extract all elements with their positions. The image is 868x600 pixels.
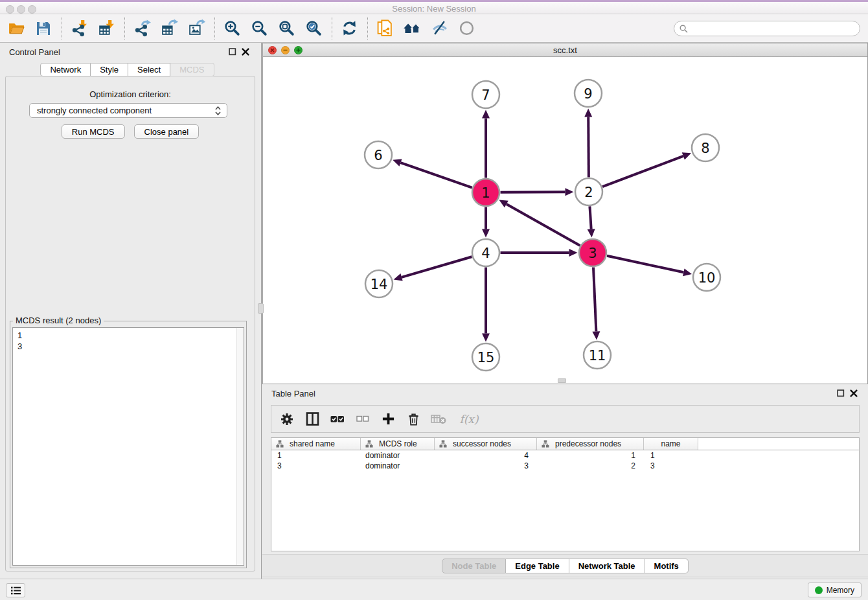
graph-edge-2-3[interactable] bbox=[589, 206, 591, 229]
import-network-button[interactable] bbox=[68, 17, 90, 40]
search-input[interactable] bbox=[691, 24, 854, 34]
zoom-fit-button[interactable] bbox=[275, 17, 297, 40]
graph-node-label: 4 bbox=[481, 246, 490, 261]
control-panel-title: Control Panel bbox=[9, 47, 60, 57]
zoom-selected-icon bbox=[305, 19, 323, 37]
graph-edge-1-2[interactable] bbox=[500, 192, 565, 192]
result-scrollbar[interactable] bbox=[236, 328, 244, 565]
export-network-button[interactable] bbox=[131, 17, 153, 40]
toolbar-separator bbox=[62, 17, 62, 40]
function-builder-button[interactable]: f(x) bbox=[456, 411, 482, 427]
network-splitter-grip[interactable] bbox=[558, 378, 566, 383]
edge-arrowhead-icon bbox=[482, 229, 490, 238]
tab-node-table[interactable]: Node Table bbox=[442, 559, 506, 573]
graph-edge-1-6[interactable] bbox=[400, 163, 472, 188]
tab-edge-table[interactable]: Edge Table bbox=[506, 559, 569, 573]
tab-motifs[interactable]: Motifs bbox=[645, 559, 689, 573]
graph-node-label: 10 bbox=[698, 270, 716, 286]
column-header-mcds-role[interactable]: MCDS role bbox=[361, 438, 435, 450]
table-row[interactable]: 3 dominator 3 2 3 bbox=[271, 461, 859, 471]
graph-node-label: 6 bbox=[374, 148, 382, 163]
edge-arrowhead-icon bbox=[482, 334, 490, 342]
attribute-type-icon bbox=[439, 440, 447, 448]
table-panel-title: Table Panel bbox=[271, 389, 315, 398]
save-icon bbox=[35, 20, 52, 37]
new-network-from-file-button[interactable] bbox=[374, 17, 396, 40]
open-session-button[interactable] bbox=[5, 17, 27, 40]
table-options-button[interactable] bbox=[279, 411, 295, 427]
mcds-result-line: 1 bbox=[17, 330, 239, 341]
graph-edge-4-14[interactable] bbox=[402, 257, 472, 277]
import-table-button[interactable] bbox=[95, 17, 117, 40]
add-column-button[interactable] bbox=[380, 411, 396, 427]
memory-button[interactable]: Memory bbox=[808, 583, 862, 597]
export-image-button[interactable] bbox=[185, 17, 207, 40]
tab-style[interactable]: Style bbox=[91, 63, 128, 76]
graph-edge-3-10[interactable] bbox=[607, 256, 683, 273]
edge-arrowhead-icon bbox=[569, 249, 578, 257]
mcds-result-list[interactable]: 1 3 bbox=[12, 327, 244, 566]
mcds-result-line: 3 bbox=[17, 341, 239, 352]
column-header-successor-nodes[interactable]: successor nodes bbox=[435, 438, 537, 450]
graph-edge-2-8[interactable] bbox=[602, 156, 683, 187]
apply-layout-button[interactable] bbox=[338, 17, 360, 40]
header-filler bbox=[698, 438, 859, 450]
zoom-selected-button[interactable] bbox=[303, 17, 325, 40]
table-panel: Table Panel bbox=[262, 384, 868, 577]
table-panel-header: Table Panel bbox=[262, 384, 868, 401]
float-panel-icon[interactable] bbox=[837, 389, 845, 397]
edge-arrowhead-icon bbox=[682, 152, 691, 159]
column-header-predecessor-nodes[interactable]: predecessor nodes bbox=[537, 438, 644, 450]
show-graphics-details-button[interactable] bbox=[455, 17, 477, 40]
close-panel-icon[interactable] bbox=[850, 389, 858, 397]
table-row[interactable]: 1 dominator 4 1 1 bbox=[271, 450, 859, 461]
status-bar: Memory bbox=[0, 579, 868, 600]
node-table: shared name MCDS role successor nodes pr… bbox=[271, 437, 860, 551]
network-canvas[interactable]: 7968124314101511 bbox=[263, 57, 867, 384]
show-task-history-button[interactable] bbox=[6, 583, 25, 597]
tab-network-table[interactable]: Network Table bbox=[569, 559, 645, 573]
mcds-buttons-row: Run MCDS Close panel bbox=[6, 124, 255, 139]
graph-node-label: 7 bbox=[481, 87, 490, 103]
zoom-in-button[interactable] bbox=[221, 17, 243, 40]
main-toolbar bbox=[0, 14, 868, 43]
attribute-type-icon bbox=[276, 440, 284, 448]
float-panel-icon[interactable] bbox=[229, 48, 236, 56]
column-header-shared-name[interactable]: shared name bbox=[271, 438, 361, 450]
save-session-button[interactable] bbox=[32, 17, 54, 40]
edge-arrowhead-icon bbox=[393, 159, 402, 166]
delete-column-button[interactable] bbox=[405, 411, 421, 427]
deselect-all-columns-button[interactable] bbox=[355, 411, 371, 427]
mcds-result-title: MCDS result (2 nodes) bbox=[13, 316, 104, 325]
export-table-button[interactable] bbox=[158, 17, 180, 40]
window-title: Session: New Session bbox=[0, 4, 868, 14]
column-header-name[interactable]: name bbox=[644, 438, 698, 450]
close-panel-button[interactable]: Close panel bbox=[134, 124, 200, 139]
control-panel-header: Control Panel bbox=[0, 43, 261, 60]
network-view-window: scc.txt 7968124314101511 bbox=[262, 43, 868, 384]
run-mcds-button[interactable]: Run MCDS bbox=[62, 124, 125, 139]
graph-edge-2-9[interactable] bbox=[588, 117, 589, 177]
delete-table-button[interactable] bbox=[431, 411, 446, 427]
show-columns-button[interactable] bbox=[304, 411, 320, 427]
select-all-columns-button[interactable] bbox=[330, 411, 345, 427]
panel-splitter-grip[interactable] bbox=[258, 303, 264, 314]
optimization-criterion-select[interactable]: strongly connected component bbox=[29, 103, 227, 118]
plus-icon bbox=[382, 412, 395, 426]
tab-select[interactable]: Select bbox=[128, 63, 170, 76]
graph-node-label: 9 bbox=[584, 86, 592, 102]
tab-network[interactable]: Network bbox=[40, 63, 91, 76]
graph-edge-3-1[interactable] bbox=[507, 204, 580, 246]
app-titlebar: Session: New Session bbox=[0, 0, 868, 14]
zoom-out-button[interactable] bbox=[248, 17, 270, 40]
hide-graphics-details-button[interactable] bbox=[428, 17, 450, 40]
home-button[interactable] bbox=[401, 17, 423, 40]
new-network-file-icon bbox=[376, 19, 394, 37]
graph-edge-3-11[interactable] bbox=[593, 267, 596, 331]
tab-mcds[interactable]: MCDS bbox=[170, 63, 214, 76]
attribute-type-icon bbox=[365, 440, 373, 448]
export-network-icon bbox=[133, 19, 151, 37]
graph-node-label: 14 bbox=[371, 277, 388, 292]
chevron-up-down-icon bbox=[214, 106, 222, 116]
close-panel-icon[interactable] bbox=[242, 48, 249, 56]
